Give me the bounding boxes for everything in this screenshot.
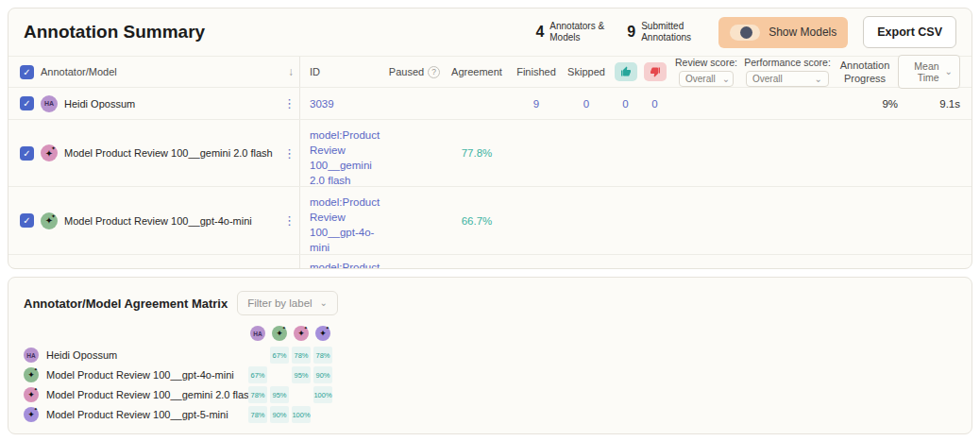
paused-cell: [386, 88, 443, 119]
sparkles-icon: ✦: [51, 213, 56, 219]
id-link[interactable]: model:Product Review 100__gpt-4o-mini: [310, 195, 380, 255]
sparkles-icon: ✦: [34, 407, 38, 412]
column-agreement: Agreement: [443, 57, 511, 87]
thumbs-up-icon: [615, 62, 637, 81]
row-checkbox[interactable]: ✓: [20, 213, 34, 228]
column-thumbs-up: [611, 57, 640, 87]
column-paused-label: Paused: [389, 66, 424, 77]
column-performance-score: Performance score: Overall ⌄: [743, 57, 832, 87]
kebab-menu-icon[interactable]: ⋮: [283, 146, 296, 161]
sparkles-icon: ✦: [34, 387, 38, 392]
mean-time-select[interactable]: Mean Time ⌄: [898, 55, 960, 89]
table-row-heidi-opossum: ✓ HA Heidi Opossum ⋮ 3039 9 0 0 0 9% 9.1…: [8, 88, 972, 120]
column-annotator-model: ✓ Annotator/Model ↓: [20, 57, 299, 87]
thumbs-down-count: 0: [640, 88, 669, 119]
review-score-select[interactable]: Overall ⌄: [679, 71, 734, 87]
performance-score-label: Performance score:: [744, 57, 831, 68]
matrix-cell: 95%: [292, 366, 311, 383]
matrix-cell: [292, 386, 311, 403]
matrix-cell: 78%: [248, 386, 267, 403]
stat-submitted-value: 9: [627, 24, 635, 41]
row-checkbox[interactable]: ✓: [20, 96, 34, 110]
sparkles-icon: ✦: [27, 411, 35, 419]
matrix-cell: 67%: [248, 366, 267, 383]
id-link[interactable]: model:Product: [310, 260, 380, 269]
filter-by-label-select[interactable]: Filter by label ⌄: [237, 291, 338, 315]
annotator-name: Model Product Review 100__gpt-4o-mini: [64, 215, 252, 227]
check-icon: ✓: [23, 67, 30, 77]
thumbs-down-icon: [644, 62, 667, 81]
avatar-heidi: HA: [24, 348, 39, 363]
id-cell[interactable]: model:Product: [299, 255, 386, 269]
id-link[interactable]: model:Product Review 100__gemini 2.0 fla…: [310, 127, 380, 188]
show-models-toggle[interactable]: Show Models: [718, 17, 848, 48]
stat-annotators-value: 4: [535, 24, 544, 41]
chevron-down-icon: ⌄: [815, 76, 822, 82]
paused-cell: [386, 120, 443, 186]
sparkles-icon: ✦: [27, 391, 35, 399]
progress-value: 9%: [832, 88, 898, 119]
annotator-cell: ✓ ✦✦ Model Product Review 100__gemini 2.…: [20, 120, 299, 186]
toggle-label: Show Models: [769, 25, 836, 39]
matrix-cell: 78%: [313, 347, 332, 364]
kebab-menu-icon[interactable]: ⋮: [283, 96, 296, 110]
matrix-body: HA ✦✦ ✦✦ ✦✦ HA Heidi Opossum 67% 78% 78%: [8, 323, 972, 434]
row-checkbox[interactable]: ✓: [20, 146, 34, 161]
check-icon: ✓: [23, 215, 30, 226]
export-csv-button[interactable]: Export CSV: [863, 16, 956, 48]
id-cell[interactable]: model:Product Review 100__gemini 2.0 fla…: [299, 120, 386, 186]
agreement-cell: [443, 88, 511, 119]
annotator-cell: [20, 255, 299, 269]
matrix-entity-name: Model Product Review 100__gpt-5-mini: [46, 409, 228, 420]
column-paused: Paused ?: [386, 57, 443, 87]
avatar-model-gpt4o-mini: ✦✦: [272, 326, 287, 341]
page-title: Annotation Summary: [24, 22, 205, 42]
matrix-column-avatars: HA ✦✦ ✦✦ ✦✦: [24, 325, 956, 342]
kebab-menu-icon[interactable]: ⋮: [283, 213, 296, 228]
info-icon[interactable]: ?: [428, 66, 440, 78]
sparkles-icon: ✦: [326, 326, 329, 331]
sparkles-icon: ✦: [319, 330, 327, 338]
id-link[interactable]: 3039: [310, 98, 334, 110]
avatar-model-gpt4o-mini: ✦✦: [41, 212, 58, 229]
stat-submitted-label: Submitted Annotations: [641, 21, 703, 44]
avatar-heidi: HA: [41, 95, 58, 112]
matrix-row-gpt-4o-mini: ✦✦ Model Product Review 100__gpt-4o-mini…: [24, 365, 956, 384]
matrix-cell: 100%: [292, 406, 311, 423]
sparkles-icon: ✦: [34, 367, 38, 372]
mean-time-value: 9.1s: [898, 88, 960, 119]
skipped-count: 0: [562, 88, 611, 119]
finished-count: 9: [511, 88, 562, 119]
id-cell[interactable]: 3039: [299, 88, 386, 119]
summary-header-actions: 4 Annotators & Models 9 Submitted Annota…: [535, 16, 956, 48]
check-icon: ✓: [23, 98, 30, 109]
matrix-row-gemini-flash: ✦✦ Model Product Review 100__gemini 2.0 …: [24, 385, 956, 404]
matrix-cell: 78%: [248, 406, 267, 423]
column-review-score: Review score: Overall ⌄: [669, 57, 743, 87]
toggle-switch-icon[interactable]: [730, 25, 760, 41]
matrix-row-gpt-5-mini: ✦✦ Model Product Review 100__gpt-5-mini …: [24, 405, 956, 424]
matrix-entity-name: Heidi Opossum: [46, 349, 117, 361]
select-all-checkbox[interactable]: ✓: [20, 65, 34, 79]
sparkles-icon: ✦: [51, 145, 56, 151]
summary-card-header: Annotation Summary 4 Annotators & Models…: [8, 8, 972, 56]
performance-score-cell: [743, 88, 832, 119]
toggle-knob: [740, 26, 752, 39]
matrix-cell: 90%: [270, 406, 289, 423]
sort-desc-icon[interactable]: ↓: [288, 65, 294, 78]
column-id: ID: [299, 57, 386, 87]
column-annotation-progress: Annotation Progress: [832, 57, 898, 87]
performance-score-select[interactable]: Overall ⌄: [746, 71, 829, 87]
annotator-name: Heidi Opossum: [64, 98, 135, 110]
table-row-gpt-4o-mini: ✓ ✦✦ Model Product Review 100__gpt-4o-mi…: [8, 187, 972, 255]
stat-annotators-label: Annotators & Models: [549, 21, 612, 44]
chevron-down-icon: ⌄: [722, 76, 730, 82]
thumbs-up-count: 0: [611, 88, 640, 119]
avatar-model-gpt5-mini: ✦✦: [315, 326, 330, 341]
avatar-model-gpt5-mini: ✦✦: [24, 407, 39, 422]
annotator-name: Model Product Review 100__gemini 2.0 fla…: [64, 147, 273, 159]
avatar-model-gpt4o-mini: ✦✦: [24, 367, 39, 382]
id-cell[interactable]: model:Product Review 100__gpt-4o-mini: [299, 187, 386, 254]
stat-annotators-models: 4 Annotators & Models: [535, 21, 612, 44]
matrix-cell: 90%: [313, 366, 332, 383]
